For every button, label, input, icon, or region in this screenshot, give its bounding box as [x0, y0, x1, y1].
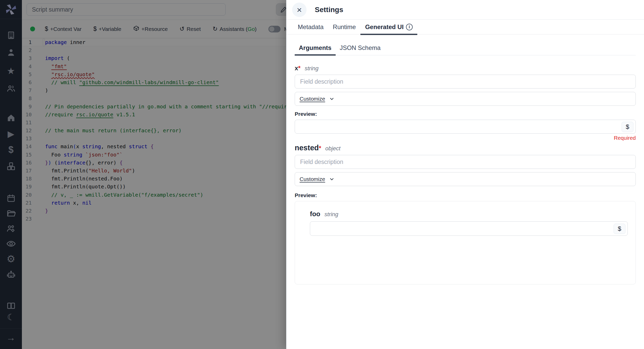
- foo-name: foo: [310, 210, 320, 218]
- close-icon: ×: [297, 5, 302, 14]
- required-asterisk: *: [319, 145, 321, 152]
- foo-preview: $: [310, 221, 628, 236]
- customize-label: Customize: [300, 176, 325, 182]
- modal-dim-overlay[interactable]: [0, 0, 286, 349]
- app-root: ★ ▶ $ ⚙ ☾ →: [0, 0, 644, 349]
- chevron-down-icon: [329, 176, 335, 182]
- field-x-preview-label: Preview:: [295, 111, 636, 117]
- foo-type: string: [324, 211, 338, 218]
- tab-runtime[interactable]: Runtime: [328, 20, 360, 34]
- field-x-preview-input[interactable]: [295, 120, 635, 133]
- subtab-arguments[interactable]: Arguments: [295, 41, 336, 55]
- foo-preview-input[interactable]: [310, 222, 628, 235]
- field-nested-preview-label: Preview:: [295, 192, 636, 198]
- insert-variable-button[interactable]: $: [622, 122, 633, 132]
- field-x-type: string: [305, 65, 319, 72]
- field-x-description-input[interactable]: [295, 75, 636, 89]
- field-nested-customize[interactable]: Customize: [295, 172, 636, 186]
- field-x-name: x: [295, 65, 298, 72]
- nested-preview-box: foo string $: [295, 201, 636, 284]
- foo-label: foo string: [310, 210, 628, 218]
- field-nested-name: nested: [295, 144, 319, 152]
- field-nested-description-input[interactable]: [295, 155, 636, 169]
- settings-drawer: × Settings Metadata Runtime Generated UI…: [286, 0, 644, 349]
- settings-tabs: Metadata Runtime Generated UI i: [286, 20, 644, 34]
- close-button[interactable]: ×: [292, 3, 307, 17]
- customize-label: Customize: [300, 96, 325, 102]
- tab-metadata[interactable]: Metadata: [293, 20, 328, 34]
- dollar-icon: $: [626, 123, 629, 130]
- generated-ui-subtabs: Arguments JSON Schema: [295, 34, 636, 55]
- insert-variable-button[interactable]: $: [614, 224, 625, 234]
- generated-ui-content: Arguments JSON Schema x* string Customiz…: [286, 34, 644, 284]
- settings-header: × Settings: [286, 0, 644, 20]
- field-x-customize[interactable]: Customize: [295, 92, 636, 106]
- tab-generated-ui[interactable]: Generated UI i: [360, 20, 417, 34]
- field-x-preview: $: [295, 120, 636, 134]
- chevron-down-icon: [329, 96, 335, 102]
- required-asterisk: *: [298, 65, 300, 72]
- subtab-json-schema[interactable]: JSON Schema: [336, 41, 385, 55]
- info-icon[interactable]: i: [406, 24, 413, 30]
- field-nested-type: object: [325, 145, 341, 152]
- dollar-icon: $: [618, 225, 621, 232]
- settings-title: Settings: [315, 6, 343, 14]
- required-error: Required: [295, 135, 636, 142]
- field-nested-label: nested* object: [295, 144, 636, 152]
- field-x-label: x* string: [295, 65, 636, 72]
